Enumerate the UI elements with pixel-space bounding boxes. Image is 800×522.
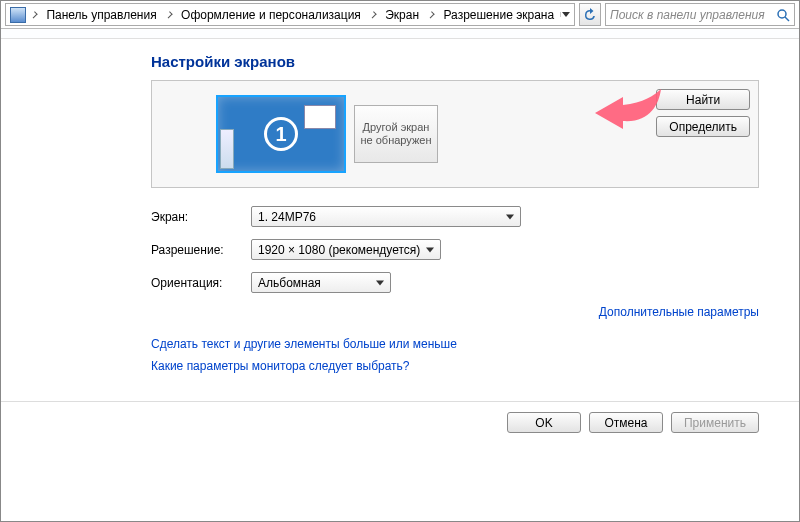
- orientation-select[interactable]: Альбомная: [251, 272, 391, 293]
- breadcrumb-item[interactable]: Разрешение экрана: [440, 8, 559, 22]
- orientation-select-value: Альбомная: [258, 276, 321, 290]
- monitor-help-link[interactable]: Какие параметры монитора следует выбрать…: [151, 359, 759, 373]
- refresh-icon: [583, 8, 597, 22]
- display-arrangement-box[interactable]: 1 Другой экран не обнаружен Найти Опреде…: [151, 80, 759, 188]
- toolbar-strip: [1, 29, 799, 39]
- breadcrumb-item[interactable]: Оформление и персонализация: [177, 8, 365, 22]
- svg-line-1: [785, 17, 789, 21]
- chevron-right-icon: [428, 11, 435, 18]
- refresh-button[interactable]: [579, 3, 601, 26]
- search-icon: [776, 8, 790, 22]
- address-bar: Панель управления Оформление и персонали…: [1, 1, 799, 29]
- breadcrumb-item[interactable]: Экран: [381, 8, 423, 22]
- ghost-monitor-thumbnail[interactable]: Другой экран не обнаружен: [354, 105, 438, 163]
- dialog-buttons: OK Отмена Применить: [1, 402, 799, 433]
- resolution-select-value: 1920 × 1080 (рекомендуется): [258, 243, 420, 257]
- search-input[interactable]: Поиск в панели управления: [605, 3, 795, 26]
- chevron-right-icon: [31, 11, 38, 18]
- display-actions: Найти Определить: [656, 89, 750, 137]
- address-dropdown-button[interactable]: [560, 12, 570, 17]
- resolution-select[interactable]: 1920 × 1080 (рекомендуется): [251, 239, 441, 260]
- search-placeholder: Поиск в панели управления: [610, 8, 765, 22]
- cancel-button[interactable]: Отмена: [589, 412, 663, 433]
- detect-button[interactable]: Найти: [656, 89, 750, 110]
- taskbar-icon: [220, 129, 234, 169]
- page-title: Настройки экранов: [151, 53, 759, 70]
- main-content: Настройки экранов 1 Другой экран не обна…: [1, 39, 799, 391]
- breadcrumb[interactable]: Панель управления Оформление и персонали…: [5, 3, 575, 26]
- orientation-label: Ориентация:: [151, 276, 251, 290]
- primary-monitor-thumbnail[interactable]: 1: [216, 95, 346, 173]
- control-panel-icon: [10, 7, 26, 23]
- chevron-right-icon: [165, 11, 172, 18]
- resolution-label: Разрешение:: [151, 243, 251, 257]
- breadcrumb-item[interactable]: Панель управления: [42, 8, 160, 22]
- settings-form: Экран: 1. 24MP76 Разрешение: 1920 × 1080…: [151, 206, 759, 293]
- text-size-link[interactable]: Сделать текст и другие элементы больше и…: [151, 337, 759, 351]
- screen-select[interactable]: 1. 24MP76: [251, 206, 521, 227]
- ok-button[interactable]: OK: [507, 412, 581, 433]
- apply-button[interactable]: Применить: [671, 412, 759, 433]
- screen-select-value: 1. 24MP76: [258, 210, 316, 224]
- monitor-number: 1: [264, 117, 298, 151]
- screen-label: Экран:: [151, 210, 251, 224]
- window-icon: [304, 105, 336, 129]
- chevron-down-icon: [562, 12, 570, 17]
- chevron-right-icon: [369, 11, 376, 18]
- advanced-settings-link[interactable]: Дополнительные параметры: [599, 305, 759, 319]
- svg-point-0: [778, 10, 786, 18]
- identify-button[interactable]: Определить: [656, 116, 750, 137]
